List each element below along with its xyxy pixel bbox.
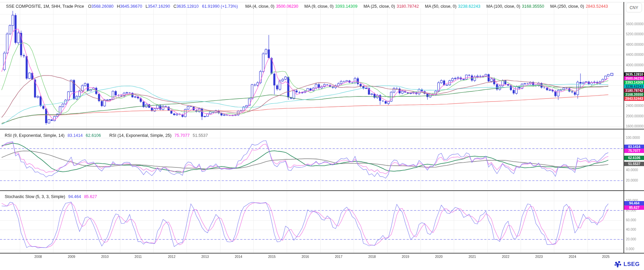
value-badge: 3180.78742	[624, 88, 644, 93]
year-label: 2013	[201, 255, 209, 259]
ohlc-field-value: 3635.12810	[176, 4, 199, 9]
value-badge: 2843.52443	[624, 97, 644, 101]
year-label: 2011	[134, 255, 142, 259]
year-label: 2008	[34, 255, 42, 259]
ma-entry-label: MA (250, close, 0)	[550, 4, 584, 9]
axis-tick-label: 40.000	[626, 228, 636, 232]
year-label: 2025	[602, 255, 609, 259]
year-label: 2017	[335, 255, 342, 259]
value-badge: 3500.06230	[624, 76, 644, 81]
legend-segment: RSI (9, Exponential, Simple, 14)	[5, 133, 65, 138]
panel-separator[interactable]	[0, 129, 644, 129]
ma-entry-value: 3393.14309	[335, 4, 357, 9]
axis-tick-label: 20.000	[626, 237, 636, 241]
year-label: 2015	[268, 255, 276, 259]
ma-entry-label: MA (9, close, 0)	[305, 4, 334, 9]
axis-tick-label: 40.0000	[626, 168, 638, 172]
legend-segment: 94.464	[68, 194, 81, 199]
legend-segment: Stochastic Slow (5, 3, 3, Simple)	[5, 194, 65, 199]
year-label: 2009	[68, 255, 75, 259]
axis-divider	[623, 2, 624, 253]
axis-tick-label: 100.0000	[626, 136, 640, 140]
price-legend[interactable]: SSE COMPOSITE, 1M, SHH, Trade PriceO3568…	[6, 4, 614, 9]
ohlc-field-label: L	[146, 4, 148, 9]
axis-tick-label: 5600.00000	[626, 22, 644, 26]
ma-entry-label: MA (25, close, 0)	[363, 4, 395, 9]
ohlc-field-label: C	[173, 4, 176, 9]
ma-entry-label: MA (4, close, 0)	[245, 4, 275, 9]
ma-entry-value: 2843.52443	[586, 4, 608, 9]
legend-segment: 51.5537	[193, 133, 208, 138]
year-label: 2019	[402, 255, 409, 259]
chart-application: SSE COMPOSITE, 1M, SHH, Trade PriceO3568…	[0, 0, 644, 270]
axis-tick-label: 5200.00000	[626, 32, 644, 36]
ohlc-field-value: 3547.16290	[148, 4, 170, 9]
instrument-title: SSE COMPOSITE, 1M, SHH, Trade Price	[6, 4, 84, 9]
axis-tick-label: 2000.00000	[626, 114, 644, 118]
top-border	[0, 2, 644, 2]
ma-entry-value: 3168.35550	[522, 4, 544, 9]
axis-tick-label: 60.000	[626, 218, 636, 222]
ma-entry-value: 3238.62243	[458, 4, 480, 9]
year-label: 2016	[301, 255, 309, 259]
panel-separator	[0, 253, 644, 254]
lseg-crest-icon	[614, 261, 622, 268]
panel-separator[interactable]	[0, 190, 644, 191]
year-label: 2012	[168, 255, 175, 259]
value-badge: 75.7077	[624, 149, 644, 153]
legend-segment: 85.627	[84, 194, 97, 199]
year-label: 2010	[101, 255, 109, 259]
axis-tick-label: 0.000	[626, 247, 634, 251]
ma-entry-label: MA (100, close, 0)	[486, 4, 520, 9]
value-badge: 62.6106	[624, 156, 644, 160]
year-label: 2014	[235, 255, 242, 259]
ohlc-field-value: 3645.36670	[120, 4, 142, 9]
year-label: 2020	[435, 255, 443, 259]
legend-segment: 62.6106	[86, 133, 101, 138]
axis-tick-label: 2400.00000	[626, 104, 644, 108]
year-label: 2022	[502, 255, 509, 259]
ohlc-field-value: 3568.26080	[91, 4, 114, 9]
year-label: 2024	[569, 255, 576, 259]
currency-button[interactable]: CNY	[626, 3, 642, 12]
ma-legend-values: MA (4, close, 0)3500.06230MA (9, close, …	[245, 4, 614, 9]
stoch-legend[interactable]: Stochastic Slow (5, 3, 3, Simple)94.4648…	[5, 194, 100, 199]
axis-tick-label: 4400.00000	[626, 53, 644, 57]
rsi-legend[interactable]: RSI (9, Exponential, Simple, 14)83.14146…	[5, 133, 211, 138]
value-badge: 51.5537	[624, 162, 644, 166]
axis-tick-label: 20.0000	[626, 179, 638, 183]
ma-entry-label: MA (50, close, 0)	[425, 4, 456, 9]
ohlc-values: O3568.26080H3645.36670L3547.16290C3635.1…	[88, 4, 202, 9]
ma-entry-value: 3180.78742	[397, 4, 419, 9]
value-badge: 94.464	[624, 201, 644, 205]
year-label: 2023	[535, 255, 543, 259]
axis-tick-label: 4000.00000	[626, 63, 644, 67]
legend-segment: 75.7077	[174, 133, 190, 138]
value-badge: 3393.14309	[624, 80, 644, 85]
value-badge: 85.627	[624, 205, 644, 210]
value-badge: 3635.12810	[624, 72, 644, 77]
legend-segment: RSI (14, Exponential, Simple, 25)	[109, 133, 171, 138]
price-change: 61.91990 (+1.73%)	[202, 4, 238, 9]
axis-tick-label: 4800.00000	[626, 43, 644, 47]
ohlc-field-label: H	[117, 4, 120, 9]
value-badge: 3238.62243	[624, 84, 644, 89]
axis-tick-label: 1600.00000	[626, 124, 644, 128]
year-label: 2018	[368, 255, 376, 259]
ma-entry-value: 3500.06230	[276, 4, 298, 9]
lseg-logo: LSEG	[614, 261, 640, 268]
value-badge: 3168.35550	[624, 92, 644, 97]
ohlc-field-label: O	[88, 4, 91, 9]
year-label: 2021	[469, 255, 476, 259]
legend-segment: 83.1414	[68, 133, 83, 138]
lseg-logo-text: LSEG	[623, 261, 640, 268]
